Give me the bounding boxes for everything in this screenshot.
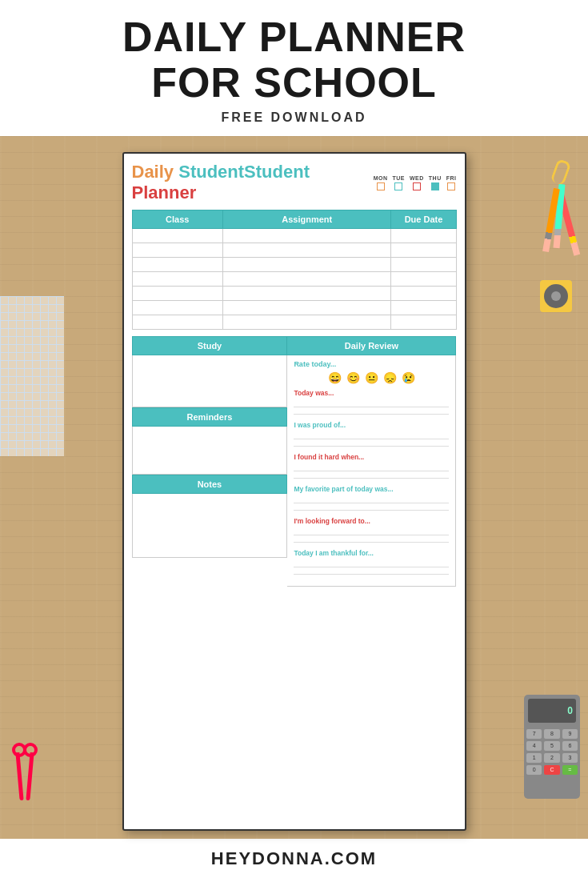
day-mon: MON — [374, 175, 388, 190]
main-title: DAILY PLANNER FOR SCHOOL — [8, 14, 580, 106]
table-row — [132, 315, 456, 330]
divider-3 — [294, 439, 449, 439]
notebook-decoration — [0, 296, 64, 456]
table-row — [132, 301, 456, 315]
assignment-table: Class Assignment Due Date — [132, 210, 457, 330]
col-header-class: Class — [132, 210, 222, 229]
reminders-section: Reminders — [132, 407, 288, 475]
divider-10 — [294, 542, 449, 543]
decorative-right — [508, 152, 572, 632]
emoji-very-sad: 😢 — [402, 371, 415, 384]
prompt-thankful: Today I am thankful for... — [294, 549, 449, 557]
divider-12 — [294, 574, 449, 575]
emoji-very-happy: 😄 — [328, 371, 342, 384]
day-wed: WED — [410, 175, 424, 190]
prompt-proud: I was proud of... — [294, 421, 449, 429]
divider-2 — [294, 414, 449, 415]
emoji-neutral: 😐 — [365, 371, 378, 384]
study-body — [132, 355, 288, 407]
table-row — [132, 229, 456, 243]
table-row — [132, 272, 456, 287]
day-checkboxes: MON TUE WED THU FRI — [374, 175, 457, 190]
title-student: Student — [178, 162, 244, 182]
right-column: Daily Review Rate today... 😄 😊 😐 😞 😢 Tod… — [287, 336, 456, 587]
left-column: Study Reminders Notes — [132, 336, 288, 587]
divider-9 — [294, 535, 449, 535]
emoji-sad: 😞 — [383, 371, 397, 384]
prompt-forward: I'm looking forward to... — [294, 517, 449, 525]
divider-6 — [294, 478, 449, 479]
emoji-row: 😄 😊 😐 😞 😢 — [294, 371, 449, 384]
divider-4 — [294, 446, 449, 447]
divider-11 — [294, 567, 449, 567]
notes-section: Notes — [132, 475, 288, 558]
page-footer: HEYDONNA.COM — [0, 839, 588, 882]
table-row — [132, 287, 456, 301]
prompt-hard: I found it hard when... — [294, 453, 449, 461]
notes-body — [132, 494, 288, 558]
study-section: Study — [132, 336, 288, 407]
daily-review-header: Daily Review — [287, 336, 456, 355]
title-planner: Planner — [132, 182, 197, 202]
table-row — [132, 258, 456, 272]
calculator-decoration: 0 7 8 9 4 5 6 1 2 3 0 C = — [524, 695, 580, 799]
notes-header: Notes — [132, 475, 288, 494]
daily-review-body: Rate today... 😄 😊 😐 😞 😢 Today was... I w… — [287, 355, 456, 587]
rate-label: Rate today... — [294, 360, 449, 368]
prompt-today-was: Today was... — [294, 389, 449, 397]
title-daily: Daily — [132, 162, 174, 182]
subtitle: FREE DOWNLOAD — [8, 110, 580, 125]
day-fri: FRI — [446, 175, 457, 190]
study-header: Study — [132, 336, 288, 355]
reminders-body — [132, 427, 288, 475]
footer-domain: HEYDONNA.COM — [0, 848, 588, 869]
divider-5 — [294, 471, 449, 471]
reminders-header: Reminders — [132, 407, 288, 427]
planner-card: Daily StudentStudent Planner MON TUE WED — [122, 152, 466, 831]
prompt-favorite: My favorite part of today was... — [294, 485, 449, 493]
planner-header: Daily StudentStudent Planner MON TUE WED — [132, 162, 457, 203]
day-tue: TUE — [392, 175, 405, 190]
emoji-happy: 😊 — [346, 371, 360, 384]
scissors-decoration — [12, 743, 40, 807]
col-header-due: Due Date — [391, 210, 456, 229]
planner-title: Daily StudentStudent Planner — [132, 162, 374, 203]
divider-8 — [294, 510, 449, 511]
day-thu: THU — [429, 175, 442, 190]
divider-7 — [294, 503, 449, 503]
bottom-section: Study Reminders Notes Daily Review — [132, 336, 457, 587]
divider-1 — [294, 407, 449, 407]
col-header-assignment: Assignment — [222, 210, 391, 229]
page-header: DAILY PLANNER FOR SCHOOL FREE DOWNLOAD — [0, 0, 588, 136]
wood-background: 0 7 8 9 4 5 6 1 2 3 0 C = D — [0, 136, 588, 839]
table-row — [132, 243, 456, 258]
